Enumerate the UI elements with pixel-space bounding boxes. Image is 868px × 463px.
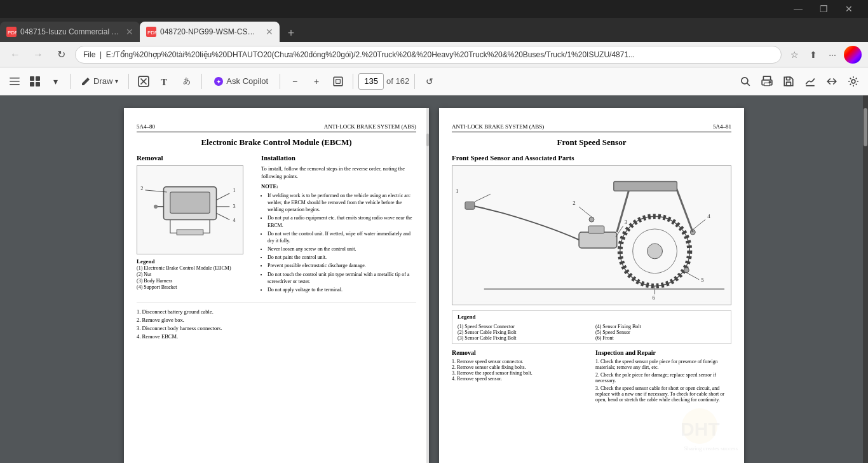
svg-rect-47 [579, 232, 617, 248]
removal-step-1: 1. Disconnect battery ground cable. [137, 308, 416, 315]
page-scroll-track [426, 108, 429, 463]
page-header-left: 5A4–80 ANTI-LOCK BRAKE SYSTEM (ABS) [137, 123, 416, 132]
removal-step-3: 3. Disconnect body harness connectors. [137, 325, 416, 331]
close-button[interactable]: ✕ [836, 0, 862, 18]
separator-4 [280, 74, 280, 89]
svg-text:2: 2 [140, 186, 143, 191]
fit-page-button[interactable] [329, 72, 348, 91]
fit-width-button[interactable] [822, 72, 841, 91]
zoom-in-button[interactable]: + [307, 72, 326, 91]
legend-item-2: (2) Nut [137, 272, 251, 277]
svg-point-24 [769, 81, 770, 83]
legend-section-left: Legend (1) Electronic Brake Control Modu… [137, 258, 251, 290]
sidebar-toggle-button[interactable] [5, 72, 24, 91]
svg-rect-6 [10, 84, 20, 85]
eraser-button[interactable] [134, 72, 153, 91]
scrollbar-thumb[interactable] [864, 108, 867, 146]
inspection-step-3: 3. Check the speed sensor cable for shor… [595, 385, 731, 403]
pdf-pages: 5A4–80 ANTI-LOCK BRAKE SYSTEM (ABS) Elec… [124, 108, 744, 463]
removal-step-r1: 1. Remove speed sensor connector. [452, 359, 588, 364]
pdf-toolbar: ▾ Draw ▾ T あ ✦ Ask Copilot − + of 162 ↺ [0, 67, 868, 95]
svg-rect-4 [10, 78, 20, 79]
maximize-button[interactable]: ❐ [811, 0, 836, 18]
ask-copilot-label: Ask Copilot [226, 76, 268, 86]
rotate-button[interactable]: ↺ [420, 72, 439, 91]
inspection-step-1: 1. Check the speed sensor pole piece for… [595, 359, 731, 370]
legend-title-right: Legend [458, 314, 726, 320]
page-number-input[interactable] [358, 73, 384, 90]
svg-rect-5 [10, 81, 20, 82]
save-button[interactable] [779, 72, 798, 91]
svg-point-50 [589, 217, 594, 222]
install-bullets: If welding work is to be performed on th… [261, 192, 416, 293]
pdf-icon-tab2: PDF [146, 27, 156, 37]
legend-item-1: (1) Electronic Brake Control Module (EBC… [137, 265, 251, 271]
svg-line-20 [747, 83, 750, 85]
new-tab-button[interactable]: + [282, 24, 300, 42]
separator-5 [353, 74, 353, 89]
svg-text:3: 3 [233, 204, 235, 209]
legend-r3: (3) Sensor Cable Fixing Bolt [458, 335, 588, 341]
bullet-7: Do not apply voltage to the terminal. [268, 286, 416, 293]
handwriting-button[interactable]: あ [177, 72, 196, 91]
page-header-right: ANTI-LOCK BRAKE SYSTEM (ABS) 5A4–81 [452, 123, 731, 132]
dropdown-button[interactable]: ▾ [46, 72, 65, 91]
view-mode-button[interactable] [25, 72, 44, 91]
bullet-3: Never loosen any screw on the control un… [268, 245, 416, 252]
front-sensor-diagram: 1 2 3 4 5 6 [452, 165, 731, 305]
share-icon[interactable]: ⬆ [806, 47, 821, 62]
svg-text:1: 1 [456, 188, 458, 194]
inspection-label: Inspection and Repair [595, 349, 731, 356]
refresh-button[interactable]: ↻ [52, 46, 70, 64]
print-button[interactable] [757, 72, 776, 91]
pdf-page-left: 5A4–80 ANTI-LOCK BRAKE SYSTEM (ABS) Elec… [124, 108, 429, 463]
installation-label: Installation [261, 154, 416, 162]
tab-1-close[interactable]: ✕ [126, 27, 133, 37]
svg-text:4: 4 [707, 213, 710, 219]
search-button[interactable] [736, 72, 755, 91]
separator-3 [201, 74, 202, 89]
draw-button[interactable]: Draw ▾ [76, 72, 123, 91]
svg-point-19 [742, 77, 748, 83]
svg-rect-23 [764, 83, 770, 86]
legend-col2: (4) Sensor Fixing Bolt (5) Speed Sensor … [595, 324, 726, 341]
legend-section-right: Legend (1) Speed Sensor Connector (2) Se… [452, 310, 731, 344]
tab-2-close[interactable]: ✕ [266, 27, 273, 37]
removal-step-r2: 2. Remove sensor cable fixing bolts. [452, 364, 588, 370]
zoom-out-button[interactable]: − [285, 72, 304, 91]
svg-rect-48 [588, 226, 604, 233]
address-input[interactable] [75, 46, 782, 64]
legend-columns: (1) Speed Sensor Connector (2) Sensor Ca… [458, 324, 726, 341]
svg-rect-7 [30, 76, 34, 81]
main-scrollbar[interactable] [863, 95, 868, 463]
legend-r6: (6) Front [595, 335, 726, 341]
page-section-right: ANTI-LOCK BRAKE SYSTEM (ABS) [452, 123, 544, 130]
svg-text:5: 5 [701, 277, 704, 283]
svg-text:PDF: PDF [8, 30, 17, 36]
draw-label: Draw [93, 76, 112, 86]
draw-dropdown[interactable]: ▾ [115, 78, 118, 85]
back-button[interactable]: ← [6, 46, 24, 64]
svg-text:✦: ✦ [216, 78, 221, 85]
more-icon[interactable]: ··· [825, 47, 840, 62]
removal-section-right: Removal 1. Remove speed sensor connector… [452, 349, 588, 404]
tab-1[interactable]: PDF 048715-Isuzu Commercial Truck ✕ [0, 22, 140, 42]
favorites-icon[interactable]: ☆ [787, 47, 802, 62]
bullet-5: Prevent possible electrostatic discharge… [268, 262, 416, 269]
forward-button[interactable]: → [29, 46, 47, 64]
minimize-button[interactable]: — [785, 0, 811, 18]
bullet-1: Do not put a radio equipment etc. that e… [268, 214, 416, 228]
svg-rect-41 [177, 230, 203, 235]
svg-rect-25 [787, 82, 791, 86]
settings-button[interactable] [844, 72, 863, 91]
watermark: DHT Sharing creates success [661, 407, 738, 452]
sign-button[interactable] [801, 72, 820, 91]
pdf-scroll[interactable]: 5A4–80 ANTI-LOCK BRAKE SYSTEM (ABS) Elec… [0, 95, 868, 463]
legend-item-4: (4) Support Bracket [137, 284, 251, 290]
right-col-install: Installation To install, follow the remo… [261, 154, 416, 296]
tab-2[interactable]: PDF 048720-NPG99-WSM-CS2.pdf ✕ [140, 22, 280, 42]
ask-copilot-button[interactable]: ✦ Ask Copilot [207, 72, 275, 91]
svg-line-34 [217, 213, 230, 219]
text-button[interactable]: T [156, 72, 175, 91]
right-page-title: Front Speed Sensor [452, 137, 731, 148]
